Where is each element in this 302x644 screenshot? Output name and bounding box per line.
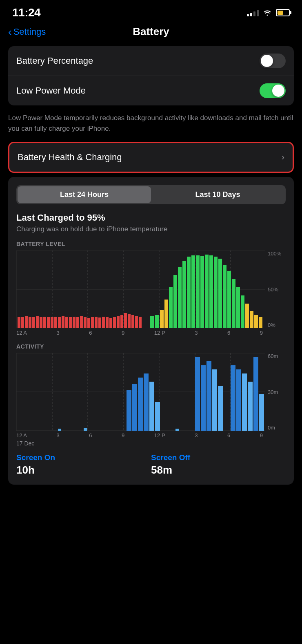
battery-health-label: Battery Health & Charging <box>18 152 122 163</box>
x-label-12p: 12 P <box>154 330 165 336</box>
svg-rect-43 <box>135 316 138 328</box>
svg-rect-53 <box>187 257 191 328</box>
svg-rect-13 <box>25 316 28 328</box>
low-power-mode-toggle[interactable] <box>260 83 286 98</box>
low-power-mode-label: Low Power Mode <box>16 85 86 96</box>
y-label-100: 100% <box>268 250 286 257</box>
battery-fill <box>278 11 283 15</box>
x-label-6p: 6 <box>227 330 230 336</box>
x-act-12p: 12 P <box>154 432 165 438</box>
svg-rect-34 <box>102 317 105 328</box>
svg-rect-36 <box>109 318 112 328</box>
svg-rect-96 <box>236 369 241 431</box>
signal-bars-icon <box>247 9 259 16</box>
svg-rect-37 <box>113 317 116 328</box>
seg-24hours[interactable]: Last 24 Hours <box>18 186 151 203</box>
x-act-3a: 3 <box>57 432 60 438</box>
x-label-3a: 3 <box>57 330 60 336</box>
svg-rect-55 <box>196 255 200 328</box>
battery-level-chart <box>16 250 265 328</box>
page-title: Battery <box>133 25 169 38</box>
x-act-6p: 6 <box>227 432 230 438</box>
screen-off-value: 58m <box>151 464 286 476</box>
svg-rect-61 <box>223 265 226 328</box>
svg-rect-25 <box>69 317 72 328</box>
low-power-description: Low Power Mode temporarily reduces backg… <box>0 110 302 142</box>
svg-rect-58 <box>209 255 213 328</box>
settings-card: Battery Percentage Low Power Mode <box>8 46 294 105</box>
svg-rect-100 <box>259 394 264 431</box>
back-button[interactable]: ‹ Settings <box>8 27 46 37</box>
svg-rect-24 <box>65 317 68 328</box>
svg-rect-33 <box>98 318 101 328</box>
svg-rect-89 <box>175 429 179 431</box>
battery-health-row[interactable]: Battery Health & Charging › <box>9 143 293 172</box>
svg-rect-66 <box>245 304 249 328</box>
x-label-3p: 3 <box>195 330 198 336</box>
svg-rect-57 <box>205 255 209 328</box>
svg-rect-56 <box>200 256 204 328</box>
battery-icon <box>276 9 290 16</box>
svg-rect-93 <box>212 369 217 431</box>
back-label: Settings <box>13 27 46 37</box>
low-power-mode-row[interactable]: Low Power Mode <box>8 76 294 105</box>
svg-rect-48 <box>164 300 168 328</box>
svg-rect-87 <box>149 382 154 431</box>
svg-rect-31 <box>91 317 94 328</box>
toggle-knob <box>272 85 284 97</box>
svg-rect-84 <box>132 384 137 431</box>
nav-header: ‹ Settings Battery <box>0 22 302 46</box>
svg-rect-39 <box>120 315 123 328</box>
x-act-3p: 3 <box>195 432 198 438</box>
battery-level-label: BATTERY LEVEL <box>16 241 286 247</box>
svg-rect-63 <box>232 279 235 328</box>
chevron-right-icon: › <box>282 152 284 163</box>
activity-label: ACTIVITY <box>16 343 286 350</box>
svg-rect-44 <box>139 317 142 328</box>
svg-rect-49 <box>169 287 173 328</box>
svg-rect-68 <box>254 315 258 328</box>
screen-on-section: Screen On 10h <box>16 453 151 476</box>
svg-rect-60 <box>218 259 222 328</box>
svg-rect-51 <box>178 267 182 328</box>
svg-rect-94 <box>218 386 223 431</box>
screen-on-label: Screen On <box>16 453 151 462</box>
svg-rect-59 <box>214 257 218 328</box>
last-charged-subtitle: Charging was on hold due to iPhone tempe… <box>16 225 286 233</box>
svg-rect-46 <box>155 315 159 328</box>
svg-rect-42 <box>131 315 134 328</box>
activity-chart <box>16 353 265 431</box>
x-label-9a: 9 <box>122 330 124 336</box>
svg-rect-21 <box>54 317 57 328</box>
segmented-control[interactable]: Last 24 Hours Last 10 Days <box>16 185 286 204</box>
screen-on-value: 10h <box>16 464 151 476</box>
x-act-12a: 12 A <box>16 432 27 438</box>
svg-rect-65 <box>241 295 244 328</box>
svg-rect-14 <box>29 317 31 328</box>
svg-rect-54 <box>191 255 195 328</box>
date-label: 17 Dec <box>16 440 286 447</box>
svg-rect-67 <box>250 311 253 328</box>
svg-rect-12 <box>21 317 24 328</box>
svg-rect-47 <box>160 310 164 328</box>
svg-rect-29 <box>84 317 87 328</box>
battery-percentage-row[interactable]: Battery Percentage <box>8 46 294 76</box>
y-activity-0: 0m <box>268 425 286 431</box>
svg-rect-30 <box>87 318 90 328</box>
svg-rect-86 <box>144 373 149 431</box>
svg-rect-17 <box>40 317 42 328</box>
svg-rect-69 <box>259 317 262 328</box>
svg-rect-45 <box>150 316 154 328</box>
toggle-knob <box>261 55 273 67</box>
wifi-icon <box>263 9 272 16</box>
svg-rect-20 <box>51 317 53 328</box>
last-charged-title: Last Charged to 95% <box>16 212 286 223</box>
status-bar: 11:24 <box>0 0 302 22</box>
battery-percentage-toggle[interactable] <box>260 54 286 68</box>
battery-health-card[interactable]: Battery Health & Charging › <box>8 142 294 173</box>
svg-rect-99 <box>253 357 258 431</box>
seg-10days[interactable]: Last 10 Days <box>151 186 284 203</box>
svg-rect-95 <box>231 365 235 431</box>
svg-rect-23 <box>62 316 64 328</box>
x-act-9p: 9 <box>260 432 263 438</box>
